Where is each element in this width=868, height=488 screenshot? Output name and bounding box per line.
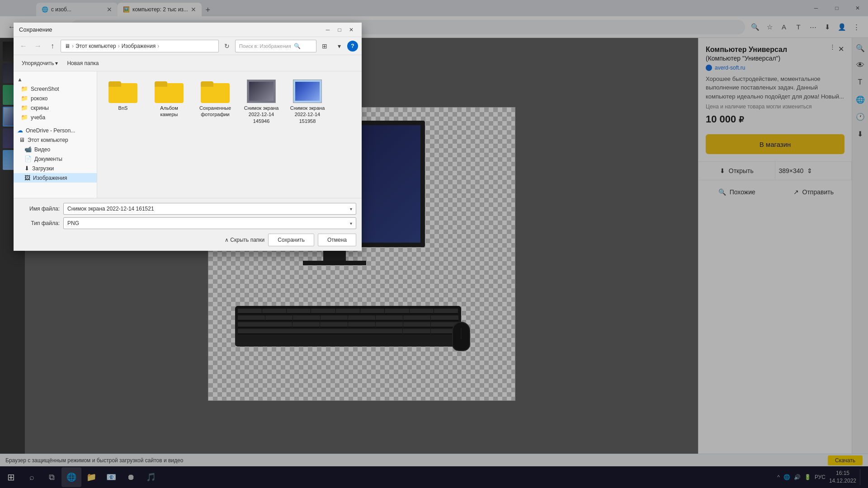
filename-value: Снимок экрана 2022-12-14 161521 [67, 206, 154, 212]
folder-icon-album [155, 80, 184, 103]
file-name-album: Альбом камеры [151, 105, 187, 118]
breadcrumb-icon: 🖥 [65, 43, 70, 49]
nav-label-docs: Документы [34, 156, 62, 162]
nav-label-ucheba: учеба [31, 114, 45, 121]
filename-dropdown[interactable]: ▾ [350, 206, 352, 211]
toggle-folders-button[interactable]: ∧ Скрыть папки [225, 237, 264, 243]
view-toggle[interactable]: ⊞ [318, 40, 331, 52]
dialog-body: ▲ 📁 ScreenShot 📁 рококо 📁 скрины 📁 учеба [14, 71, 362, 198]
filetype-dropdown[interactable]: ▾ [350, 221, 352, 226]
nav-item-documents[interactable]: 📄 Документы [14, 154, 97, 164]
organize-arrow: ▾ [55, 60, 58, 66]
breadcrumb-part1: Этот компьютер [75, 43, 116, 49]
file-bns[interactable]: BnS [103, 77, 143, 127]
dialog-window-controls: ─ □ ✕ [323, 25, 356, 35]
breadcrumb-sep1: › [72, 43, 74, 49]
dialog-search[interactable]: Поиск в: Изображения 🔍 [235, 40, 316, 52]
folder-icon-bns [108, 80, 137, 103]
file-album[interactable]: Альбом камеры [149, 77, 189, 127]
new-folder-button[interactable]: Новая папка [64, 59, 101, 68]
nav-item-onedrive[interactable]: ☁ OneDrive - Person... [14, 126, 97, 135]
file-name-screenshot2: Снимок экрана 2022-12-14 151958 [290, 105, 325, 124]
filetype-input[interactable]: PNG ▾ [63, 217, 356, 229]
nav-label-images: Изображения [33, 175, 67, 181]
nav-spacer [14, 122, 97, 126]
file-saved-photos[interactable]: Сохраненные фотографии [195, 77, 236, 127]
breadcrumb-bar[interactable]: 🖥 › Этот компьютер › Изображения › [61, 40, 219, 52]
folder-icon-saved [201, 80, 230, 103]
new-folder-label: Новая папка [67, 60, 99, 66]
cancel-button[interactable]: Отмена [318, 234, 356, 246]
nav-item-video[interactable]: 📹 Видео [14, 145, 97, 154]
dialog-refresh[interactable]: ↻ [221, 40, 233, 52]
nav-label-downloads: Загрузки [32, 165, 54, 172]
view-dropdown[interactable]: ▾ [333, 40, 345, 52]
organize-label: Упорядочить [22, 60, 54, 66]
folder-icon-ucheba: 📁 [21, 114, 28, 121]
nav-item-skins[interactable]: 📁 скрины [14, 103, 97, 113]
images-icon: 🖼 [24, 174, 30, 181]
dialog-close[interactable]: ✕ [346, 25, 356, 35]
nav-label-this-pc: Этот компьютер [28, 137, 68, 143]
video-icon: 📹 [24, 146, 32, 153]
breadcrumb-sep2: › [118, 43, 120, 49]
dialog-actionbar: Упорядочить ▾ Новая папка [14, 55, 362, 71]
docs-icon: 📄 [24, 155, 32, 162]
folder-icon-screenshot: 📁 [21, 85, 28, 92]
dialog-titlebar: Сохранение ─ □ ✕ [14, 23, 362, 37]
nav-item-ucheba[interactable]: 📁 учеба [14, 113, 97, 122]
filetype-label: Тип файла: [19, 220, 60, 226]
files-grid: BnS Альбом камеры Сохраненные фотографии… [97, 71, 362, 198]
onedrive-icon: ☁ [17, 127, 23, 134]
nav-label-screenshot: ScreenShot [31, 86, 59, 92]
search-icon: 🔍 [294, 43, 301, 49]
filetype-row: Тип файла: PNG ▾ [19, 217, 356, 229]
file-name-saved: Сохраненные фотографии [198, 105, 233, 118]
downloads-icon: ⬇ [24, 165, 29, 172]
screenshot1-thumb [247, 80, 276, 103]
dialog-buttons: ∧ Скрыть папки Сохранить Отмена [19, 234, 356, 246]
dialog-bottom: Имя файла: Снимок экрана 2022-12-14 1615… [14, 198, 362, 251]
nav-item-images[interactable]: 🖼 Изображения [14, 173, 97, 183]
screenshot2-thumb [293, 80, 322, 103]
dialog-minimize[interactable]: ─ [323, 25, 333, 35]
dialog-back[interactable]: ← [17, 40, 30, 52]
save-button[interactable]: Сохранить [268, 234, 314, 246]
this-pc-icon: 🖥 [19, 136, 25, 143]
dialog-up[interactable]: ↑ [46, 40, 59, 52]
nav-item-this-pc[interactable]: 🖥 Этот компьютер [14, 135, 97, 145]
dialog-forward[interactable]: → [32, 40, 44, 52]
nav-label-onedrive: OneDrive - Person... [26, 127, 75, 134]
nav-label-skins: скрины [31, 105, 49, 111]
dialog-nav-tree: ▲ 📁 ScreenShot 📁 рококо 📁 скрины 📁 учеба [14, 71, 97, 198]
breadcrumb-part2: Изображения [122, 43, 156, 49]
filetype-value: PNG [67, 220, 79, 226]
dialog-title: Сохранение [19, 26, 52, 33]
folder-icon-skins: 📁 [21, 104, 28, 111]
toggle-folders-label: ∧ Скрыть папки [225, 237, 264, 243]
dialog-toolbar: ← → ↑ 🖥 › Этот компьютер › Изображения ›… [14, 37, 362, 55]
help-button[interactable]: ? [347, 41, 358, 52]
nav-item-rokoko[interactable]: 📁 рококо [14, 94, 97, 103]
save-dialog: Сохранение ─ □ ✕ ← → ↑ 🖥 › Этот компьюте… [14, 23, 362, 251]
nav-label-video: Видео [34, 146, 50, 153]
nav-item-screenshot[interactable]: 📁 ScreenShot [14, 84, 97, 94]
search-placeholder: Поиск в: Изображения [239, 43, 291, 49]
file-name-screenshot1: Снимок экрана 2022-12-14 145946 [244, 105, 279, 124]
nav-item-downloads[interactable]: ⬇ Загрузки [14, 164, 97, 173]
organize-button[interactable]: Упорядочить ▾ [19, 59, 61, 68]
nav-expand-arrow[interactable]: ▲ [14, 75, 97, 84]
file-screenshot2[interactable]: Снимок экрана 2022-12-14 151958 [287, 77, 328, 127]
filename-label: Имя файла: [19, 206, 60, 212]
folder-icon-rokoko: 📁 [21, 95, 28, 102]
file-screenshot1[interactable]: Снимок экрана 2022-12-14 145946 [241, 77, 282, 127]
filename-input[interactable]: Снимок экрана 2022-12-14 161521 ▾ [63, 203, 356, 215]
nav-label-rokoko: рококо [31, 95, 47, 102]
filename-row: Имя файла: Снимок экрана 2022-12-14 1615… [19, 203, 356, 215]
breadcrumb-sep3: › [157, 43, 159, 49]
dialog-maximize[interactable]: □ [335, 25, 344, 35]
file-name-bns: BnS [118, 105, 128, 111]
